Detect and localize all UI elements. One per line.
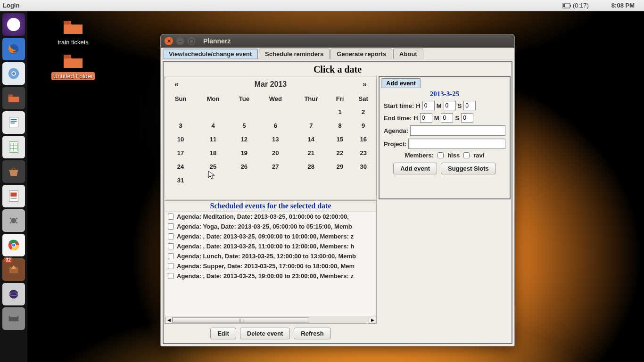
files-icon[interactable]	[2, 87, 25, 109]
calendar-day-cell[interactable]: 2	[350, 105, 376, 119]
chrome-icon[interactable]	[2, 234, 25, 256]
system-settings-icon[interactable]	[2, 209, 25, 232]
calendar-day-cell[interactable]: 21	[293, 146, 330, 160]
calendar-day-cell[interactable]: 23	[350, 146, 376, 160]
end-hour-input[interactable]	[420, 113, 432, 123]
agenda-input[interactable]	[410, 125, 505, 136]
calendar-day-cell[interactable]: 15	[330, 132, 351, 146]
calendar-day-cell[interactable]: 22	[330, 146, 351, 160]
calendar-day-cell[interactable]: 20	[258, 146, 293, 160]
event-row[interactable]: Agenda: , Date: 2013-03-25, 11:00:00 to …	[165, 241, 376, 251]
member-hiss-checkbox[interactable]	[438, 152, 444, 158]
chromium-icon[interactable]	[2, 62, 25, 85]
calendar-day-cell[interactable]: 19	[230, 146, 258, 160]
calendar-next-button[interactable]: »	[363, 80, 367, 89]
end-sec-input[interactable]	[461, 113, 473, 123]
libreoffice-writer-icon[interactable]	[2, 111, 25, 134]
add-event-button[interactable]: Add event	[393, 163, 437, 174]
calendar-day-cell[interactable]: 24	[165, 160, 196, 173]
svg-rect-40	[10, 314, 17, 317]
start-sec-input[interactable]	[463, 101, 476, 110]
calendar-month-label[interactable]: Mar 2013	[255, 80, 287, 89]
calendar-day-cell[interactable]: 4	[196, 119, 230, 132]
maximize-icon[interactable]: ▢	[187, 37, 196, 45]
s-label: S	[455, 115, 459, 122]
window-titlebar[interactable]: ✕ – ▢ Plannerz	[161, 34, 514, 48]
scroll-thumb[interactable]	[173, 317, 309, 323]
folder-untitled[interactable]: Untitled Folder	[47, 53, 99, 80]
edit-button[interactable]: Edit	[210, 328, 236, 339]
calendar-day-cell[interactable]: 16	[350, 132, 376, 146]
calendar-day-cell[interactable]: 5	[230, 119, 258, 132]
scroll-track[interactable]	[173, 317, 369, 323]
suggest-slots-button[interactable]: Suggest Slots	[441, 163, 496, 174]
member-ravi-checkbox[interactable]	[463, 152, 470, 158]
eclipse-icon[interactable]	[2, 283, 25, 305]
calendar-day-cell[interactable]: 7	[293, 119, 330, 132]
menu-item-login[interactable]: Login	[0, 2, 19, 9]
event-checkbox[interactable]	[168, 233, 174, 239]
end-min-input[interactable]	[441, 113, 453, 123]
folder-train-tickets[interactable]: train tickets	[47, 19, 99, 46]
firefox-icon[interactable]	[2, 38, 25, 60]
add-event-tab[interactable]: Add event	[381, 78, 421, 88]
calendar-day-cell[interactable]: 11	[196, 132, 230, 146]
close-icon[interactable]: ✕	[165, 37, 173, 45]
calendar-day-cell[interactable]: 31	[165, 173, 196, 187]
svg-point-37	[9, 290, 18, 299]
calendar-day-cell[interactable]: 30	[350, 160, 376, 173]
clock[interactable]: 8:08 PM	[611, 2, 635, 9]
software-updater-icon[interactable]: 32	[2, 258, 25, 281]
start-min-input[interactable]	[444, 101, 456, 110]
minimize-icon[interactable]: –	[176, 37, 184, 45]
event-row[interactable]: Agenda: , Date: 2013-03-25, 19:00:00 to …	[165, 271, 376, 281]
event-row[interactable]: Agenda: Meditation, Date: 2013-03-25, 01…	[165, 212, 376, 222]
calendar-day-cell[interactable]: 6	[258, 119, 293, 132]
event-checkbox[interactable]	[168, 273, 174, 279]
event-checkbox[interactable]	[168, 263, 174, 269]
event-row[interactable]: Agenda: , Date: 2013-03-25, 09:00:00 to …	[165, 231, 376, 241]
calendar-day-cell[interactable]: 14	[293, 132, 330, 146]
tab-reports[interactable]: Generate reports	[330, 49, 392, 59]
calendar-day-cell[interactable]: 1	[330, 105, 351, 119]
project-input[interactable]	[408, 139, 505, 149]
h-label: H	[416, 102, 420, 109]
calendar-day-cell[interactable]: 28	[293, 160, 330, 173]
calendar-day-cell[interactable]: 3	[165, 119, 196, 132]
calendar-day-cell[interactable]: 29	[330, 160, 351, 173]
event-checkbox[interactable]	[168, 214, 174, 220]
calendar-day-cell[interactable]: 17	[165, 146, 196, 160]
tab-view-schedule[interactable]: View/schedule/change event	[163, 49, 258, 59]
calendar-day-cell[interactable]: 25	[196, 160, 230, 173]
calendar-day-cell[interactable]: 18	[196, 146, 230, 160]
calendar-day-cell[interactable]: 26	[230, 160, 258, 173]
libreoffice-impress-icon[interactable]	[2, 185, 25, 207]
software-center-icon[interactable]	[2, 160, 25, 183]
start-hour-input[interactable]	[422, 101, 435, 110]
scroll-right-icon[interactable]: ▶	[369, 317, 376, 323]
tab-reminders[interactable]: Schedule reminders	[259, 49, 330, 59]
dash-home-icon[interactable]	[2, 13, 25, 36]
event-checkbox[interactable]	[168, 243, 174, 249]
calendar-day-cell[interactable]: 10	[165, 132, 196, 146]
calendar-day-cell[interactable]: 9	[350, 119, 376, 132]
event-checkbox[interactable]	[168, 223, 174, 230]
calendar-day-cell	[196, 173, 230, 187]
refresh-button[interactable]: Refresh	[294, 328, 330, 339]
scroll-left-icon[interactable]: ◀	[165, 317, 173, 323]
events-scrollbar[interactable]: ◀ ▶	[165, 316, 376, 323]
libreoffice-calc-icon[interactable]	[2, 136, 25, 158]
event-row[interactable]: Agenda: Yoga, Date: 2013-03-25, 05:00:00…	[165, 222, 376, 231]
delete-event-button[interactable]: Delete event	[240, 328, 290, 339]
event-row[interactable]: Agenda: Lunch, Date: 2013-03-25, 12:00:0…	[165, 251, 376, 261]
event-row[interactable]: Agenda: Supper, Date: 2013-03-25, 17:00:…	[165, 261, 376, 271]
calendar-prev-button[interactable]: «	[174, 80, 179, 89]
calendar-day-cell[interactable]: 12	[230, 132, 258, 146]
calendar-day-cell[interactable]: 27	[258, 160, 293, 173]
event-checkbox[interactable]	[168, 253, 174, 259]
battery-indicator[interactable]: (0:17)	[562, 2, 589, 9]
calendar-day-cell[interactable]: 13	[258, 132, 293, 146]
device-icon[interactable]	[2, 307, 25, 330]
tab-about[interactable]: About	[393, 49, 423, 59]
calendar-day-cell[interactable]: 8	[330, 119, 351, 132]
